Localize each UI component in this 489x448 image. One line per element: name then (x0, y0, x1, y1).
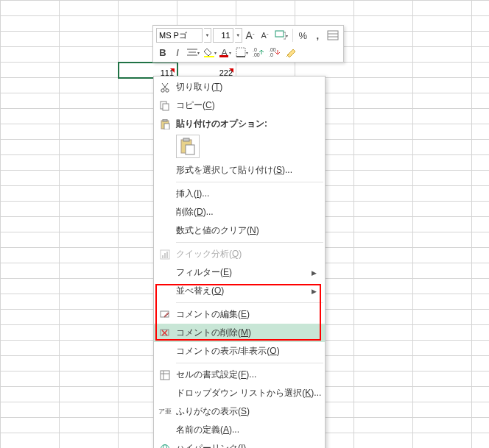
cell[interactable] (472, 248, 490, 263)
cell[interactable] (354, 202, 413, 217)
cell[interactable] (354, 155, 413, 171)
cell[interactable] (60, 124, 119, 140)
cell[interactable] (354, 109, 413, 124)
cell[interactable] (472, 263, 490, 279)
cell[interactable] (472, 1, 490, 16)
cell[interactable] (472, 32, 490, 47)
cell[interactable] (354, 124, 413, 140)
cell[interactable] (1, 371, 60, 387)
comma-button[interactable]: , (311, 28, 324, 43)
menu-furigana[interactable]: ア亜 ふりがなの表示(S) (154, 402, 325, 421)
cell[interactable] (354, 16, 413, 32)
cell[interactable] (472, 140, 490, 155)
cell[interactable] (60, 263, 119, 279)
font-color-button[interactable]: A ▾ (219, 45, 233, 60)
cell[interactable] (1, 232, 60, 248)
cell[interactable] (60, 186, 119, 202)
cell[interactable] (177, 1, 236, 16)
cell[interactable] (413, 124, 472, 140)
cell[interactable] (413, 402, 472, 418)
cell[interactable] (60, 155, 119, 171)
align-button[interactable]: ▾ (186, 45, 201, 60)
cell[interactable] (1, 93, 60, 109)
cell[interactable] (1, 217, 60, 232)
cell[interactable] (413, 418, 472, 433)
decrease-decimal-button[interactable]: .00.0 (267, 45, 282, 60)
cell[interactable] (413, 32, 472, 47)
cell[interactable] (472, 124, 490, 140)
border-button[interactable]: ▾ (234, 45, 250, 60)
cell[interactable] (60, 232, 119, 248)
format-painter-button[interactable]: ▾ (273, 28, 290, 43)
cell[interactable] (413, 63, 472, 78)
cell[interactable] (60, 78, 119, 93)
merge-center-button[interactable] (326, 28, 340, 43)
menu-filter[interactable]: フィルター(E) ▶ (154, 263, 325, 282)
cell[interactable] (354, 387, 413, 402)
cell[interactable] (1, 402, 60, 418)
cell[interactable] (1, 155, 60, 171)
cell[interactable] (413, 232, 472, 248)
cell[interactable] (413, 279, 472, 294)
cell[interactable] (60, 1, 119, 16)
menu-define-name[interactable]: 名前の定義(A)... (154, 421, 325, 439)
cell[interactable] (472, 341, 490, 356)
cell[interactable] (354, 341, 413, 356)
menu-hyperlink[interactable]: ハイパーリンク(I)... (154, 439, 325, 448)
cell[interactable] (354, 418, 413, 433)
cell[interactable] (472, 279, 490, 294)
cell[interactable] (472, 47, 490, 63)
font-size-dropdown[interactable]: ▼ (235, 28, 242, 43)
cell[interactable] (119, 1, 177, 16)
cell[interactable] (1, 202, 60, 217)
cell[interactable] (472, 433, 490, 449)
cell[interactable] (60, 16, 119, 32)
cell[interactable] (472, 109, 490, 124)
cell[interactable] (413, 310, 472, 325)
cell[interactable] (413, 325, 472, 341)
cell[interactable] (472, 310, 490, 325)
cell[interactable] (1, 186, 60, 202)
cell[interactable] (1, 418, 60, 433)
cell[interactable] (354, 279, 413, 294)
cell[interactable] (1, 248, 60, 263)
cell[interactable] (1, 387, 60, 402)
cell[interactable] (354, 217, 413, 232)
cell[interactable] (354, 356, 413, 371)
cell[interactable] (60, 63, 119, 78)
cell[interactable] (60, 402, 119, 418)
cell[interactable] (413, 186, 472, 202)
cell[interactable] (60, 371, 119, 387)
cell[interactable] (413, 140, 472, 155)
cell[interactable] (472, 93, 490, 109)
cell[interactable] (1, 294, 60, 310)
menu-delete-comment[interactable]: コメントの削除(M) (154, 324, 325, 342)
menu-sort[interactable]: 並べ替え(O) ▶ (154, 282, 325, 300)
cell[interactable] (413, 16, 472, 32)
cell[interactable] (354, 32, 413, 47)
cell[interactable] (413, 93, 472, 109)
menu-cut[interactable]: 切り取り(T) (154, 78, 325, 96)
cell[interactable] (354, 171, 413, 186)
cell[interactable] (1, 263, 60, 279)
cell[interactable] (354, 78, 413, 93)
cell[interactable] (354, 186, 413, 202)
cell[interactable] (472, 16, 490, 32)
cell[interactable] (354, 232, 413, 248)
cell[interactable] (1, 325, 60, 341)
cell[interactable] (354, 294, 413, 310)
cell[interactable] (354, 310, 413, 325)
cell[interactable] (472, 418, 490, 433)
cell[interactable] (472, 294, 490, 310)
cell[interactable] (1, 356, 60, 371)
cell[interactable] (472, 78, 490, 93)
cell[interactable] (1, 1, 60, 16)
cell[interactable] (60, 171, 119, 186)
cell[interactable] (1, 47, 60, 63)
menu-format-cells[interactable]: セルの書式設定(F)... (154, 366, 325, 384)
cell[interactable] (60, 109, 119, 124)
increase-font-button[interactable]: Aˆ (244, 28, 257, 43)
cell[interactable] (60, 217, 119, 232)
cell[interactable] (354, 433, 413, 449)
font-size-field[interactable]: 11 (213, 28, 233, 43)
